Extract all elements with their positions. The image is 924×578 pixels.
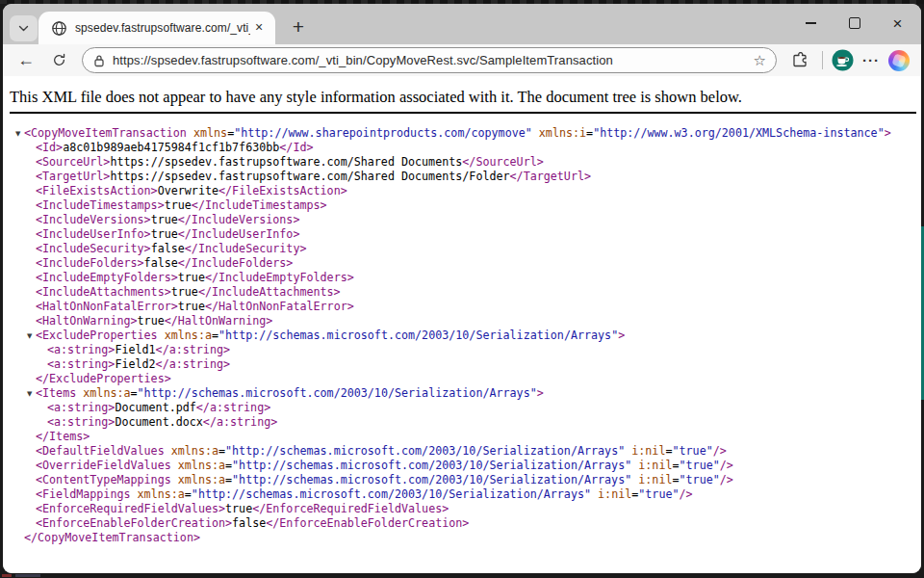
xml-token-txt: Document.docx [115, 415, 202, 429]
maximize-button[interactable] [833, 4, 876, 42]
background-window-sliver-bottom [15, 574, 40, 577]
xml-line: <IncludeFolders>false</IncludeFolders> [3, 256, 921, 271]
xml-token-punct: = [672, 473, 679, 486]
xml-token-attr: i:nil [631, 473, 672, 486]
xml-token-tag: </FileExistsAction> [218, 184, 347, 197]
xml-token-punct: = [212, 328, 218, 342]
xml-line: <IncludeAttachments>true</IncludeAttachm… [3, 285, 921, 300]
xml-line: </Items> [3, 430, 921, 444]
xml-token-tag: <CopyMoveItemTransaction [24, 126, 187, 140]
xml-line: <a:string>Field2</a:string> [3, 357, 921, 372]
browser-tab[interactable]: spsedev.fastrupsoftware.com/_vti_b × [38, 12, 275, 44]
xml-token-attr: xmlns:a [158, 328, 212, 342]
xml-token-tag: <EnforceEnableFolderCreation> [36, 516, 232, 530]
xml-token-txt: Document.pdf [115, 401, 195, 414]
xml-line: </ExcludeProperties> [3, 372, 921, 386]
xml-token-tag: <Id> [36, 141, 63, 154]
xml-token-tag: </a:string> [156, 343, 230, 356]
tab-title: spsedev.fastrupsoftware.com/_vti_b [75, 21, 250, 35]
xml-line: <EnforceEnableFolderCreation>false</Enfo… [3, 516, 921, 531]
window-controls: × [789, 4, 919, 42]
xml-token-tag: </EnforceRequiredFieldValues> [252, 502, 449, 515]
xml-line: <IncludeVersions>true</IncludeVersions> [3, 213, 921, 227]
xml-token-val: "http://schemas.microsoft.com/2003/10/Se… [138, 386, 537, 400]
coffee-extension-button[interactable] [832, 49, 854, 71]
xml-line: <FieldMappings xmlns:a="http://schemas.m… [3, 487, 921, 502]
xml-token-txt: true [225, 502, 252, 515]
xml-token-tag: <a:string> [47, 357, 115, 371]
xml-token-tag: <a:string> [47, 415, 115, 429]
back-button[interactable]: ← [13, 47, 39, 74]
xml-token-tag: </IncludeVersions> [178, 213, 300, 226]
xml-line: <IncludeSecurity>false</IncludeSecurity> [3, 242, 921, 256]
xml-token-tag: /> [720, 473, 733, 486]
xml-line: <a:string>Document.pdf</a:string> [3, 401, 921, 415]
xml-token-tag: </HaltOnNonFatalError> [205, 300, 354, 313]
tab-search-button[interactable] [10, 15, 38, 41]
xml-viewer-header: This XML file does not appear to have an… [10, 88, 916, 114]
collapse-arrow-icon[interactable]: ▼ [15, 127, 24, 142]
xml-line: <TargetUrl>https://spsedev.fastrupsoftwa… [3, 170, 921, 184]
xml-token-tag: > [618, 328, 625, 342]
xml-token-tag: <IncludeTimestamps> [36, 198, 165, 212]
xml-token-tag: </IncludeAttachments> [198, 285, 341, 299]
xml-token-txt: true [151, 227, 178, 241]
maximize-icon [849, 17, 860, 29]
close-icon: × [893, 15, 903, 32]
collapse-arrow-icon[interactable]: ▼ [27, 387, 36, 402]
xml-token-tag: <ContentTypeMappings [36, 473, 171, 486]
xml-token-txt: true [165, 198, 192, 212]
xml-token-tag: <HaltOnNonFatalError> [36, 300, 178, 313]
xml-token-tag: </a:string> [203, 415, 277, 429]
address-bar[interactable]: https://spsedev.fastrupsoftware.com/_vti… [82, 47, 777, 73]
xml-token-tag: </Id> [279, 141, 313, 154]
xml-token-tag: <a:string> [47, 401, 115, 414]
xml-token-tag: </IncludeFolders> [178, 256, 294, 270]
xml-token-tag: </IncludeSecurity> [185, 242, 307, 255]
xml-token-tag: </a:string> [196, 401, 270, 414]
xml-token-tag: > [885, 126, 891, 140]
xml-line: <DefaultFieldValues xmlns:a="http://sche… [3, 444, 921, 459]
xml-token-txt: https://spsedev.fastrupsoftware.com/Shar… [110, 155, 462, 169]
tab-strip: spsedev.fastrupsoftware.com/_vti_b × + × [3, 4, 921, 44]
browser-toolbar: ← https://spsedev.fastrupsoftware.com/_v… [3, 44, 921, 76]
xml-token-punct: = [185, 487, 192, 501]
new-tab-button[interactable]: + [284, 13, 313, 41]
xml-token-txt: false [151, 242, 185, 255]
settings-more-button[interactable]: ··· [860, 52, 883, 68]
xml-token-tag: <IncludeSecurity> [36, 242, 151, 255]
xml-token-tag: <IncludeFolders> [36, 256, 144, 270]
url-text[interactable]: https://spsedev.fastrupsoftware.com/_vti… [113, 53, 750, 67]
extensions-button[interactable] [786, 47, 813, 74]
xml-token-txt: false [144, 256, 178, 270]
xml-token-val: "true" [680, 473, 720, 486]
xml-token-attr: xmlns:a [171, 473, 225, 486]
collapse-arrow-icon[interactable]: ▼ [27, 329, 36, 344]
xml-token-tag: <DefaultFieldValues [36, 444, 165, 458]
minimize-button[interactable] [789, 4, 833, 42]
xml-token-val: "http://schemas.microsoft.com/2003/10/Se… [232, 473, 631, 486]
refresh-button[interactable] [45, 47, 72, 74]
copilot-icon[interactable] [888, 50, 910, 71]
xml-token-val: "http://schemas.microsoft.com/2003/10/Se… [218, 328, 618, 342]
xml-token-txt: true [171, 285, 198, 299]
xml-token-tag: <FileExistsAction> [36, 184, 158, 197]
tab-close-icon[interactable]: × [250, 19, 268, 37]
favorite-star-icon[interactable]: ☆ [750, 52, 770, 69]
xml-token-txt: true [178, 271, 205, 284]
xml-token-attr: i:nil [625, 444, 665, 458]
xml-token-txt: true [151, 213, 178, 226]
xml-token-tag: <EnforceRequiredFieldValues> [36, 502, 225, 515]
xml-token-tag: </IncludeUserInfo> [178, 227, 300, 241]
xml-token-tag: > [537, 386, 544, 400]
xml-line: <a:string>Field1</a:string> [3, 343, 921, 357]
xml-token-tag: <ExcludeProperties [36, 328, 158, 342]
xml-token-attr: xmlns:a [165, 444, 218, 458]
xml-token-tag: <IncludeAttachments> [36, 285, 171, 299]
xml-token-txt: true [178, 300, 205, 313]
close-button[interactable]: × [876, 4, 919, 42]
xml-token-attr: xmlns:a [131, 487, 185, 501]
xml-token-tag: </IncludeEmptyFolders> [205, 271, 354, 284]
xml-token-txt: Field1 [115, 343, 155, 356]
lock-icon [93, 54, 105, 67]
